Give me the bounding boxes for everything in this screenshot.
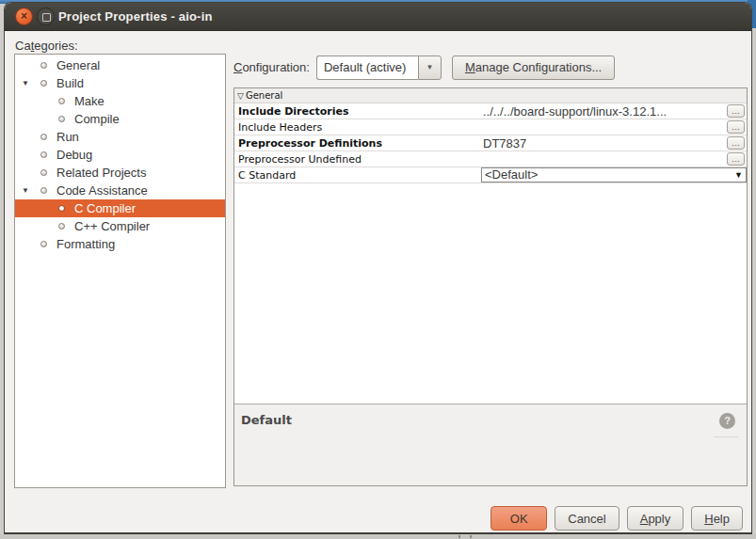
sidebar-item-related-projects[interactable]: Related Projects <box>15 164 225 182</box>
table-row[interactable]: Preprocessor Undefined … <box>234 151 747 167</box>
property-name: Preprocessor Undefined <box>234 153 481 166</box>
sidebar-item-label: Run <box>56 130 79 144</box>
sidebar-item-code-assistance[interactable]: ▼ Code Assistance <box>15 182 225 199</box>
property-name: C Standard <box>234 169 481 182</box>
cancel-button[interactable]: Cancel <box>555 506 619 531</box>
configuration-value[interactable]: Default (active) <box>316 55 418 80</box>
ellipsis-icon: … <box>732 154 740 164</box>
browse-button[interactable]: … <box>727 120 745 134</box>
sidebar-item-cpp-compiler[interactable]: C++ Compiler <box>15 217 225 235</box>
bullet-icon <box>40 187 47 194</box>
browse-button[interactable]: … <box>727 136 745 150</box>
bullet-icon <box>40 241 47 247</box>
property-value[interactable]: ../../../board-support/linux-3.12.1... <box>481 104 725 119</box>
sidebar-item-formatting[interactable]: Formatting <box>15 235 225 253</box>
group-header-general[interactable]: ▽ General <box>234 88 747 103</box>
bullet-icon <box>58 98 65 104</box>
bullet-icon <box>40 134 47 140</box>
configuration-row: Configuration: Default (active) ▼ Manage… <box>233 55 615 80</box>
description-title: Default <box>241 413 292 427</box>
help-icon[interactable]: ? <box>719 413 735 429</box>
sidebar-item-c-compiler[interactable]: C Compiler <box>15 199 225 217</box>
bullet-icon <box>40 169 47 176</box>
chevron-down-icon[interactable]: ▼ <box>418 55 442 80</box>
sidebar-item-label: Code Assistance <box>56 183 148 198</box>
titlebar[interactable]: × Project Properties - aio-in <box>5 3 751 31</box>
ellipsis-icon: … <box>732 122 740 132</box>
property-name: Preprocessor Definitions <box>234 137 481 150</box>
sidebar-item-general[interactable]: General <box>15 56 225 74</box>
ellipsis-icon: … <box>732 106 740 116</box>
bullet-icon <box>58 223 65 230</box>
categories-tree[interactable]: General ▼ Build Make Compile Run <box>14 54 226 488</box>
property-sheet: ▽ General Include Directories ../../../b… <box>233 87 748 486</box>
restore-icon[interactable] <box>37 8 55 25</box>
property-name: Include Headers <box>234 121 481 134</box>
browse-button[interactable]: … <box>727 104 745 118</box>
desktop: × Project Properties - aio-in Categories… <box>0 0 756 539</box>
categories-label: Categories: <box>15 39 78 53</box>
sidebar-item-label: Compile <box>74 112 120 126</box>
apply-button[interactable]: Apply <box>627 506 684 531</box>
bullet-icon <box>40 62 47 69</box>
sidebar-item-debug[interactable]: Debug <box>15 146 225 164</box>
bullet-icon <box>58 116 65 122</box>
description-panel: Default ? <box>234 404 747 485</box>
browse-button[interactable]: … <box>727 152 745 166</box>
property-value[interactable]: DT7837 <box>481 136 725 151</box>
ok-button[interactable]: OK <box>491 506 547 531</box>
property-value: <Default> <box>485 168 538 182</box>
sidebar-item-label: Build <box>56 76 84 90</box>
table-row[interactable]: Include Directories ../../../board-suppo… <box>234 103 747 119</box>
property-name: Include Directories <box>234 105 481 118</box>
window-bottom-edge <box>0 534 756 539</box>
configuration-combobox[interactable]: Default (active) ▼ <box>316 55 442 80</box>
chevron-down-icon[interactable]: ▼ <box>734 170 743 180</box>
dialog-body: Categories: General ▼ Build Make Co <box>5 31 751 532</box>
sidebar-item-label: C++ Compiler <box>74 219 150 233</box>
bullet-icon <box>40 151 47 158</box>
bullet-icon <box>58 205 65 212</box>
resize-grip[interactable] <box>458 535 472 538</box>
expand-arrow-icon[interactable]: ▼ <box>22 182 33 199</box>
dialog-buttons: OK Cancel Apply Help <box>491 506 743 531</box>
help-button[interactable]: Help <box>691 506 743 531</box>
sidebar-item-make[interactable]: Make <box>15 92 225 110</box>
configuration-label: Configuration: <box>233 60 310 74</box>
divider <box>714 436 738 437</box>
window-title: Project Properties - aio-in <box>58 3 213 30</box>
sidebar-item-label: General <box>56 58 100 72</box>
sidebar-item-compile[interactable]: Compile <box>15 110 225 128</box>
c-standard-dropdown[interactable]: <Default> ▼ <box>481 167 747 182</box>
table-row[interactable]: Include Headers … <box>234 119 747 135</box>
sidebar-item-label: Formatting <box>56 237 115 251</box>
sidebar-item-label: Related Projects <box>56 166 146 180</box>
ellipsis-icon: … <box>732 138 740 148</box>
manage-configurations-button[interactable]: Manage Configurations... <box>452 55 615 80</box>
sidebar-item-label: Make <box>74 94 105 108</box>
sidebar-item-label: C Compiler <box>74 201 136 215</box>
group-label: General <box>246 90 282 101</box>
table-row[interactable]: C Standard <Default> ▼ <box>234 167 747 183</box>
sidebar-item-build[interactable]: ▼ Build <box>15 74 225 92</box>
expand-arrow-icon[interactable]: ▼ <box>22 74 33 92</box>
sidebar-item-label: Debug <box>56 148 92 162</box>
table-row[interactable]: Preprocessor Definitions DT7837 … <box>234 135 747 151</box>
sidebar-item-run[interactable]: Run <box>15 128 225 146</box>
sheet-empty-area <box>234 183 747 404</box>
collapse-triangle-icon[interactable]: ▽ <box>237 91 244 101</box>
project-properties-dialog: × Project Properties - aio-in Categories… <box>4 2 752 534</box>
close-icon[interactable]: × <box>15 8 33 25</box>
bullet-icon <box>40 80 47 87</box>
